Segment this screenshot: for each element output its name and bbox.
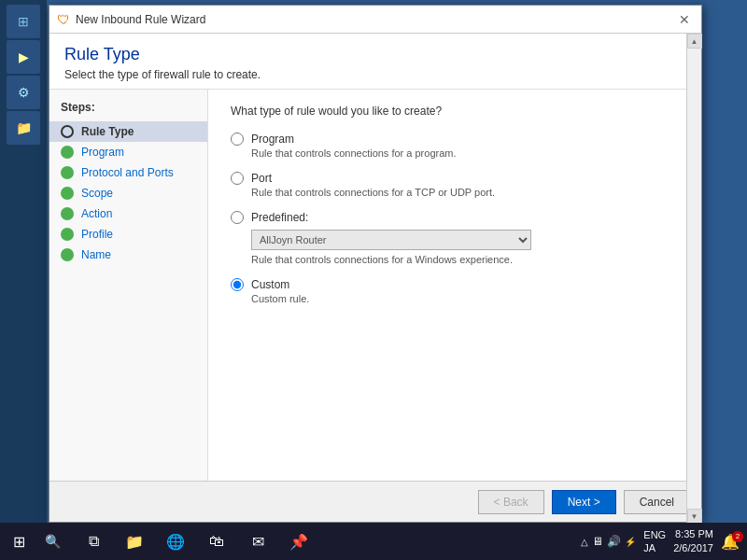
tray-lang: ENG JA bbox=[643, 528, 666, 555]
taskbar-time: 8:35 PM bbox=[673, 527, 713, 541]
dialog-header-subtitle: Select the type of firewall rule to crea… bbox=[64, 68, 686, 81]
taskbar-time-area[interactable]: 8:35 PM 2/6/2017 bbox=[673, 527, 713, 556]
taskbar-date: 2/6/2017 bbox=[673, 541, 713, 555]
taskbar-tray: △ 🖥 🔊 ⚡ ENG JA 8:35 PM 2/6/2017 🔔 2 bbox=[581, 527, 747, 556]
sidebar-icon-4[interactable]: 📁 bbox=[7, 111, 40, 145]
dialog-titlebar: 🛡 New Inbound Rule Wizard ✕ bbox=[49, 6, 701, 34]
step-label-profile: Profile bbox=[81, 228, 113, 241]
tray-battery-icon: ⚡ bbox=[625, 537, 636, 547]
radio-custom[interactable] bbox=[231, 278, 244, 291]
file-explorer-icon[interactable]: 📁 bbox=[116, 523, 153, 560]
mail-icon[interactable]: ✉ bbox=[239, 523, 276, 560]
sidebar-panel: ⊞ ▶ ⚙ 📁 bbox=[0, 0, 47, 523]
content-question: What type of rule would you like to crea… bbox=[231, 105, 679, 118]
tray-lang-eng: ENG bbox=[643, 528, 666, 541]
sidebar-icon-1[interactable]: ⊞ bbox=[7, 5, 40, 38]
step-name[interactable]: Name bbox=[49, 245, 207, 265]
dialog-footer: < Back Next > Cancel bbox=[49, 481, 701, 522]
step-scope[interactable]: Scope bbox=[49, 183, 207, 203]
radio-predefined[interactable] bbox=[231, 211, 244, 224]
step-label-protocol-ports: Protocol and Ports bbox=[81, 166, 174, 179]
tray-up-arrow[interactable]: △ bbox=[581, 537, 588, 547]
step-dot-program bbox=[61, 146, 74, 159]
tray-lang-locale: JA bbox=[643, 541, 666, 554]
sidebar-icon-3[interactable]: ⚙ bbox=[7, 76, 40, 109]
desc-program: Rule that controls connections for a pro… bbox=[251, 147, 679, 159]
steps-panel: Steps: Rule Type Program Protocol and Po… bbox=[49, 90, 208, 481]
option-port: Port Rule that controls connections for … bbox=[231, 172, 679, 198]
label-port: Port bbox=[251, 172, 272, 185]
notification-button[interactable]: 🔔 2 bbox=[721, 533, 740, 551]
step-label-program: Program bbox=[81, 146, 124, 159]
step-label-action: Action bbox=[81, 207, 112, 220]
step-dot-profile bbox=[61, 228, 74, 241]
dialog-title-icon: 🛡 bbox=[57, 12, 70, 27]
label-predefined: Predefined: bbox=[251, 211, 308, 224]
label-custom: Custom bbox=[251, 278, 289, 291]
search-button[interactable]: 🔍 bbox=[37, 526, 67, 556]
new-inbound-rule-wizard-dialog: 🛡 New Inbound Rule Wizard ✕ Rule Type Se… bbox=[49, 5, 702, 523]
cancel-button[interactable]: Cancel bbox=[624, 490, 690, 514]
step-label-scope: Scope bbox=[81, 187, 113, 200]
step-dot-action bbox=[61, 207, 74, 220]
dialog-title-text: New Inbound Rule Wizard bbox=[76, 13, 669, 26]
option-program: Program Rule that controls connections f… bbox=[231, 133, 679, 159]
step-protocol-ports[interactable]: Protocol and Ports bbox=[49, 162, 207, 183]
content-area: What type of rule would you like to crea… bbox=[208, 90, 701, 481]
edge-icon[interactable]: 🌐 bbox=[157, 523, 194, 560]
task-view-button[interactable]: ⧉ bbox=[75, 523, 112, 560]
step-dot-scope bbox=[61, 187, 74, 200]
step-dot-rule-type bbox=[61, 125, 74, 138]
option-predefined: Predefined: AllJoyn Router Rule that con… bbox=[231, 211, 679, 265]
radio-port[interactable] bbox=[231, 172, 244, 185]
scrollbar: ▲ ▼ bbox=[686, 34, 701, 524]
option-custom: Custom Custom rule. bbox=[231, 278, 679, 304]
back-button[interactable]: < Back bbox=[478, 490, 544, 514]
step-action[interactable]: Action bbox=[49, 203, 207, 224]
label-program: Program bbox=[251, 133, 294, 146]
sidebar-icon-2[interactable]: ▶ bbox=[7, 40, 40, 74]
taskbar-icons: ⧉ 📁 🌐 🛍 ✉ 📌 bbox=[75, 523, 317, 560]
scroll-down-button[interactable]: ▼ bbox=[687, 509, 702, 524]
desc-predefined: Rule that controls connections for a Win… bbox=[251, 254, 679, 265]
step-profile[interactable]: Profile bbox=[49, 224, 207, 245]
radio-program[interactable] bbox=[231, 133, 244, 146]
step-label-rule-type: Rule Type bbox=[81, 125, 134, 138]
predefined-dropdown-container: AllJoyn Router bbox=[251, 230, 679, 250]
desc-custom: Custom rule. bbox=[251, 293, 679, 304]
pinned-icon[interactable]: 📌 bbox=[280, 523, 317, 560]
dialog-close-button[interactable]: ✕ bbox=[675, 10, 694, 29]
next-button[interactable]: Next > bbox=[552, 490, 616, 514]
dialog-main: Steps: Rule Type Program Protocol and Po… bbox=[49, 90, 701, 481]
dialog-header: Rule Type Select the type of firewall ru… bbox=[49, 34, 701, 90]
step-program[interactable]: Program bbox=[49, 142, 207, 162]
dialog-body: Rule Type Select the type of firewall ru… bbox=[49, 34, 701, 522]
tray-icons: △ 🖥 🔊 ⚡ bbox=[581, 535, 636, 548]
tray-network-icon: 🖥 bbox=[592, 535, 603, 548]
scroll-up-button[interactable]: ▲ bbox=[687, 34, 702, 49]
desc-port: Rule that controls connections for a TCP… bbox=[251, 187, 679, 198]
step-label-name: Name bbox=[81, 248, 111, 261]
start-button[interactable]: ⊞ bbox=[0, 523, 37, 560]
step-dot-protocol-ports bbox=[61, 166, 74, 179]
tray-audio-icon: 🔊 bbox=[607, 535, 621, 548]
notification-badge: 2 bbox=[732, 531, 743, 542]
step-rule-type[interactable]: Rule Type bbox=[49, 121, 207, 142]
step-dot-name bbox=[61, 248, 74, 261]
dialog-header-title: Rule Type bbox=[64, 45, 686, 64]
store-icon[interactable]: 🛍 bbox=[198, 523, 235, 560]
predefined-select[interactable]: AllJoyn Router bbox=[251, 230, 531, 250]
taskbar: ⊞ 🔍 ⧉ 📁 🌐 🛍 ✉ 📌 △ 🖥 🔊 ⚡ ENG JA 8:35 PM 2… bbox=[0, 523, 747, 560]
steps-label: Steps: bbox=[49, 101, 207, 121]
